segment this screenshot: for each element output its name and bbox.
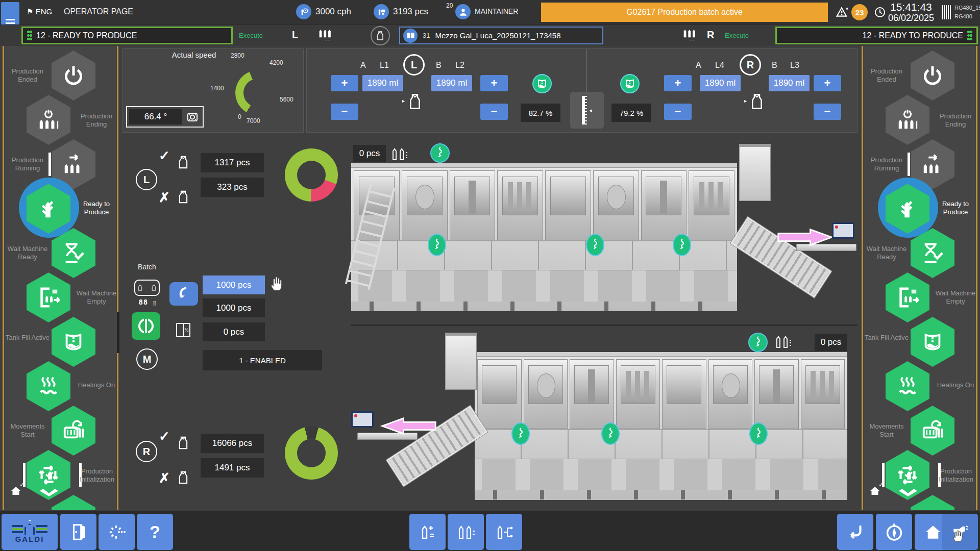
- help-button[interactable]: ?: [137, 514, 173, 550]
- state-label: Wait Machine Empty: [76, 289, 117, 306]
- bottle-pair-icon: [774, 334, 802, 349]
- bottle-pair-button[interactable]: [448, 514, 484, 550]
- heating-badge-icon: [511, 422, 530, 445]
- navigate-compass-button[interactable]: [876, 514, 912, 550]
- volume-plus-button[interactable]: +: [814, 75, 841, 91]
- bottle-circle-icon[interactable]: [371, 26, 390, 45]
- temperature-box[interactable]: 66.4 °: [126, 106, 204, 128]
- alarm-icon[interactable]: [836, 6, 849, 19]
- user-icon[interactable]: [455, 4, 471, 19]
- bottle-add-button[interactable]: [409, 514, 446, 550]
- state-label: Production Ending: [935, 112, 976, 129]
- batch-digits-icon: 88 ⣿: [136, 298, 159, 306]
- state-label: Production Running: [5, 156, 50, 173]
- state-next-partial: [911, 495, 954, 510]
- state-label: Heatings On: [76, 381, 117, 389]
- speed-value: 3000 cph: [315, 7, 351, 17]
- machine-model: RG480: [954, 13, 972, 20]
- bottom-bar: ⌃ GALDI ?: [0, 511, 980, 551]
- level-ruler-icon[interactable]: ◂: [570, 92, 604, 129]
- volume-minus-button[interactable]: −: [814, 104, 841, 120]
- machine-code: RG480_1516: [954, 4, 980, 11]
- state-label: Production Initialization: [935, 467, 977, 484]
- batch-power-button[interactable]: [132, 312, 160, 340]
- volume-a-value[interactable]: 1890 ml: [362, 75, 403, 91]
- recipe-name: Mezzo Gal_Luca_20250121_173458: [435, 31, 560, 40]
- outfeed-tower: [739, 144, 771, 201]
- top-bar: ⚑ ENG OPERATOR PAGE 3000 cph 3193 pcs 20…: [0, 0, 980, 24]
- volume-plus-button[interactable]: +: [480, 75, 508, 91]
- bottle-icon: [176, 430, 190, 456]
- left-execute-button[interactable]: Execute: [239, 32, 263, 39]
- lane-label: B: [436, 61, 442, 70]
- alarm-count-badge[interactable]: 23: [851, 4, 868, 20]
- left-state-panel: Production Ended Production Ending Produ…: [3, 46, 118, 510]
- lane-label: L2: [455, 61, 464, 70]
- scrollbar-thumb[interactable]: [117, 312, 119, 353]
- user-count: 20: [446, 2, 453, 9]
- volume-plus-button[interactable]: +: [664, 75, 692, 91]
- cleaning-burst-button[interactable]: [99, 514, 135, 550]
- state-label: Wait Machine Ready: [5, 245, 50, 262]
- batch-label: Batch: [129, 263, 165, 271]
- heating-badge-icon: [428, 234, 446, 256]
- tank-l-icon[interactable]: [532, 74, 552, 93]
- volume-minus-button[interactable]: −: [480, 104, 508, 120]
- state-next-partial: [52, 495, 95, 510]
- recipe-selector[interactable]: 31 Mezzo Gal_Luca_20250121_173458: [399, 27, 603, 44]
- batch-target-value[interactable]: 1000 pcs: [203, 276, 265, 294]
- r-rejected-count: 1491 pcs: [201, 458, 264, 478]
- tank-l-level: 82.7 %: [521, 104, 560, 122]
- recipe-book-icon: [403, 29, 418, 43]
- state-label: Ready to Produce: [76, 200, 117, 217]
- state-production-ending: [27, 95, 70, 145]
- door-button[interactable]: [60, 514, 96, 550]
- good-check-icon: ✓: [159, 148, 170, 164]
- gauge-tick: 5600: [280, 96, 293, 103]
- left-line-status[interactable]: 12 - READY TO PRODUCE: [21, 27, 233, 44]
- state-production-ended: [52, 51, 95, 101]
- batch-mode-value[interactable]: 1 - ENABLED: [203, 350, 322, 370]
- bottle-network-button[interactable]: [486, 514, 522, 550]
- heating-badge-icon: [586, 234, 604, 256]
- right-line-letter: R: [707, 29, 714, 41]
- date-value: 06/02/2025: [888, 13, 934, 23]
- reject-x-icon: ✗: [159, 470, 170, 486]
- volume-b-value[interactable]: 1890 ml: [431, 75, 472, 91]
- batch-banner[interactable]: G02617 Production batch active: [541, 3, 828, 22]
- volume-a-value[interactable]: 1890 ml: [700, 75, 741, 91]
- brand-label: GALDI: [15, 535, 44, 543]
- back-button[interactable]: [837, 514, 873, 550]
- state-label: Production Ending: [76, 112, 117, 129]
- language-label: ENG: [36, 7, 53, 16]
- infeed-tower: [445, 333, 477, 390]
- lane-label: A: [360, 61, 366, 70]
- batch-counter-icon: ··: [134, 280, 160, 296]
- volume-minus-button[interactable]: −: [664, 104, 692, 120]
- lane-label: L3: [790, 61, 799, 70]
- batch-remaining-value: 1000 pcs: [203, 298, 265, 317]
- top-machine-counter: 0 pcs: [353, 145, 386, 162]
- speed-gauge-title: Actual speed: [153, 51, 235, 59]
- state-label: Ready to Produce: [935, 200, 976, 217]
- right-line-status[interactable]: 12 - READY TO PRODUCE: [775, 27, 978, 44]
- l-rejected-count: 323 pcs: [201, 178, 264, 197]
- heating-badge-icon: [673, 234, 691, 256]
- heating-badge-icon: [748, 333, 768, 352]
- half-page-icon: ½: [176, 323, 190, 337]
- tank-r-icon[interactable]: [620, 74, 640, 93]
- batch-produced-value: 0 pcs: [203, 322, 265, 341]
- right-execute-button[interactable]: Execute: [725, 32, 749, 39]
- batch-reset-button[interactable]: [169, 282, 198, 306]
- galdi-home-button[interactable]: ⌃ GALDI: [2, 514, 58, 550]
- lane-label: L4: [715, 61, 724, 70]
- volume-b-value[interactable]: 1890 ml: [769, 75, 810, 91]
- monitor: [351, 411, 374, 428]
- bottom-machine-body: [475, 352, 847, 500]
- volume-minus-button[interactable]: −: [331, 104, 358, 120]
- good-check-icon: ✓: [159, 429, 170, 444]
- flag-icon[interactable]: ⚑ ENG: [27, 7, 52, 16]
- state-tank-fill-active: [52, 317, 95, 367]
- volume-plus-button[interactable]: +: [331, 75, 358, 91]
- gauge-tick: 1400: [210, 85, 224, 92]
